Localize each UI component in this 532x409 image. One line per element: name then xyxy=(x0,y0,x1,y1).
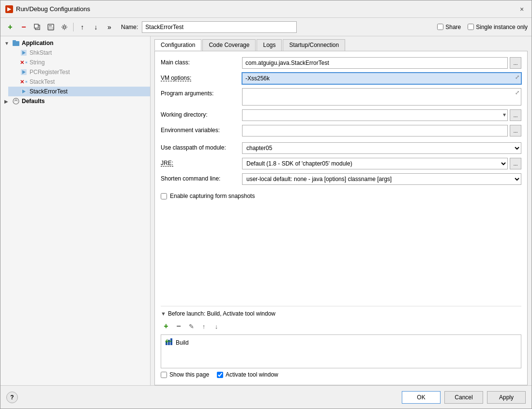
before-launch-toggle[interactable]: ▼ xyxy=(161,311,166,317)
move-down-button[interactable]: ↓ xyxy=(90,21,102,33)
classpath-select[interactable]: chapter05 xyxy=(242,142,521,154)
before-launch-down-button[interactable]: ↓ xyxy=(211,321,222,332)
title-bar: ▶ Run/Debug Configurations × xyxy=(0,0,532,18)
sidebar-item-pcregister[interactable]: PCRegisterTest xyxy=(8,67,150,77)
single-instance-checkbox[interactable] xyxy=(468,24,474,30)
share-section: Share Single instance only xyxy=(437,24,528,30)
sidebar-item-defaults[interactable]: ▶ Defaults xyxy=(0,96,150,106)
classpath-wrap: chapter05 xyxy=(242,142,521,154)
before-launch-edit-button[interactable]: ✎ xyxy=(186,321,197,332)
stackerrortest-label: StackErrorTest xyxy=(30,88,68,95)
help-button[interactable]: ? xyxy=(6,392,18,403)
sidebar-item-stackerrortest[interactable]: StackErrorTest xyxy=(8,87,150,96)
dialog-title: Run/Debug Configurations xyxy=(16,5,90,13)
defaults-label: Defaults xyxy=(22,98,45,105)
dialog-footer: ? OK Cancel Apply xyxy=(0,385,532,409)
jre-wrap: Default (1.8 - SDK of 'chapter05' module… xyxy=(242,158,521,169)
right-panel: Configuration Code Coverage Logs Startup… xyxy=(151,36,532,385)
settings-button[interactable] xyxy=(59,21,70,33)
tab-code-coverage[interactable]: Code Coverage xyxy=(202,39,256,51)
share-checkbox[interactable] xyxy=(437,24,443,30)
toolbar-sep1 xyxy=(73,23,74,31)
expand-arrow: ▼ xyxy=(4,41,12,46)
stackerrortest-icon xyxy=(20,88,28,95)
env-vars-input[interactable] xyxy=(242,125,508,136)
snapshots-label: Enable capturing form snapshots xyxy=(170,193,255,199)
stacktest-label: StackTest xyxy=(30,78,55,85)
bottom-checkboxes: Show this page Activate tool window xyxy=(161,368,521,379)
save-config-button[interactable] xyxy=(45,21,57,33)
save-icon xyxy=(47,24,54,30)
snapshots-row: Enable capturing form snapshots xyxy=(161,191,521,201)
copy-icon xyxy=(34,24,41,30)
shkstart-label: ShkStart xyxy=(30,49,52,56)
name-label: Name: xyxy=(121,24,138,30)
program-args-container: ⤢ xyxy=(242,88,521,106)
sidebar-item-application[interactable]: ▼ Application xyxy=(0,38,150,48)
working-dir-input[interactable] xyxy=(242,109,508,121)
build-label: Build xyxy=(176,339,189,346)
remove-config-button[interactable]: − xyxy=(18,21,30,33)
name-input[interactable] xyxy=(142,21,297,33)
jre-row: JRE: Default (1.8 - SDK of 'chapter05' m… xyxy=(161,158,521,169)
sidebar-item-shkstart[interactable]: ShkStart xyxy=(8,48,150,58)
program-args-label: Program arguments: xyxy=(161,88,238,97)
shorten-cmd-row: Shorten command line: user-local default… xyxy=(161,173,521,185)
shorten-cmd-select[interactable]: user-local default: none - java [options… xyxy=(242,173,521,185)
sidebar-item-string[interactable]: ✕ String xyxy=(8,58,150,67)
env-vars-browse-button[interactable]: ... xyxy=(510,125,521,136)
tab-configuration[interactable]: Configuration xyxy=(154,39,201,51)
shorten-cmd-label: Shorten command line: xyxy=(161,173,238,182)
jre-browse-button[interactable]: ... xyxy=(510,158,521,169)
build-item[interactable]: Build xyxy=(163,337,519,348)
before-launch-toolbar: + − ✎ ↑ ↓ xyxy=(161,321,521,332)
cancel-button[interactable]: Cancel xyxy=(444,391,483,404)
tabs-bar: Configuration Code Coverage Logs Startup… xyxy=(151,36,532,51)
vm-expand-icon[interactable]: ⤢ xyxy=(515,74,519,80)
env-vars-row: Environment variables: ... xyxy=(161,125,521,136)
program-args-row: Program arguments: ⤢ xyxy=(161,88,521,106)
shkstart-icon xyxy=(20,49,28,57)
copy-config-button[interactable] xyxy=(31,21,43,33)
args-expand-icon[interactable]: ⤢ xyxy=(515,90,519,96)
tab-startup[interactable]: Startup/Connection xyxy=(283,39,345,51)
share-label: Share xyxy=(445,24,461,30)
settings-icon xyxy=(61,24,68,30)
dialog-icon: ▶ xyxy=(5,5,13,13)
sidebar-application-label: Application xyxy=(22,40,53,46)
snapshots-checkbox[interactable] xyxy=(161,193,167,199)
main-class-label: Main class: xyxy=(161,57,238,66)
working-dir-label: Working directory: xyxy=(161,109,238,118)
jre-select[interactable]: Default (1.8 - SDK of 'chapter05' module… xyxy=(242,158,508,169)
before-launch-remove-button[interactable]: − xyxy=(173,321,184,332)
working-dir-browse-button[interactable]: ... xyxy=(510,109,521,121)
svg-rect-7 xyxy=(13,40,16,42)
activate-window-checkbox[interactable] xyxy=(217,372,223,378)
vm-options-input[interactable] xyxy=(242,73,521,84)
working-dir-dropdown[interactable]: ▾ xyxy=(503,111,506,118)
before-launch-up-button[interactable]: ↑ xyxy=(198,321,209,332)
add-config-button[interactable]: + xyxy=(4,21,16,33)
ok-button[interactable]: OK xyxy=(402,391,441,404)
sidebar-item-stacktest[interactable]: ✕ StackTest xyxy=(8,77,150,87)
svg-rect-20 xyxy=(168,340,170,345)
main-class-browse-button[interactable]: ... xyxy=(510,57,521,69)
vm-options-container: ⤢ xyxy=(242,73,521,84)
show-page-text: Show this page xyxy=(169,371,209,378)
show-page-checkbox[interactable] xyxy=(161,372,167,378)
program-args-input[interactable] xyxy=(242,88,521,106)
pcregister-icon xyxy=(20,68,28,76)
close-button[interactable]: × xyxy=(517,4,527,14)
main-class-row: Main class: ... xyxy=(161,57,521,69)
apply-button[interactable]: Apply xyxy=(487,391,526,404)
run-debug-dialog: ▶ Run/Debug Configurations × + − xyxy=(0,0,532,409)
svg-rect-1 xyxy=(34,24,38,28)
main-content: ▼ Application ShkStart ✕ xyxy=(0,36,532,385)
show-page-label: Show this page xyxy=(161,371,209,378)
main-class-input[interactable] xyxy=(242,57,508,69)
more-button[interactable]: » xyxy=(104,21,115,33)
before-launch-add-button[interactable]: + xyxy=(161,321,171,332)
move-up-button[interactable]: ↑ xyxy=(76,21,88,33)
before-launch-list: Build xyxy=(161,334,521,368)
tab-logs[interactable]: Logs xyxy=(257,39,282,51)
